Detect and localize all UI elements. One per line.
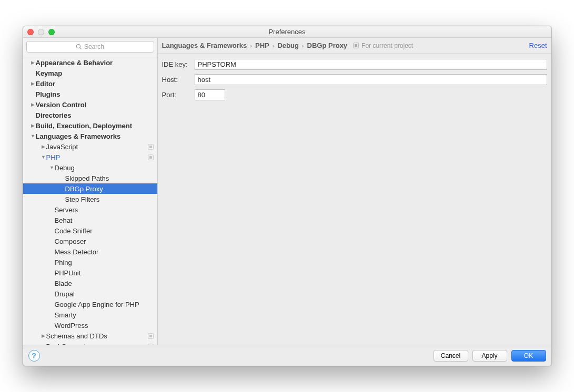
svg-rect-9 bbox=[355, 44, 357, 47]
host-label: Host: bbox=[162, 76, 195, 84]
port-input[interactable] bbox=[195, 89, 225, 100]
port-label: Port: bbox=[162, 91, 195, 99]
search-icon bbox=[76, 44, 82, 50]
tree-dbgp-proxy[interactable]: DBGp Proxy bbox=[23, 183, 157, 194]
tree-code-sniffer[interactable]: Code Sniffer bbox=[23, 225, 157, 236]
search-input[interactable]: Search bbox=[26, 41, 154, 53]
tree-editor[interactable]: ▶Editor bbox=[23, 78, 157, 89]
project-scope-icon bbox=[147, 333, 154, 339]
tree-plugins[interactable]: Plugins bbox=[23, 89, 157, 99]
tree-appearance[interactable]: ▶Appearance & Behavior bbox=[23, 57, 157, 68]
tree-languages[interactable]: ▼Languages & Frameworks bbox=[23, 131, 157, 141]
breadcrumb-item: DBGp Proxy bbox=[307, 42, 348, 49]
preferences-window: Preferences Search ▶Appearance & Behavio… bbox=[23, 26, 552, 366]
ide-key-label: IDE key: bbox=[162, 60, 195, 68]
tree-drupal[interactable]: Drupal bbox=[23, 288, 157, 299]
tree-keymap[interactable]: Keymap bbox=[23, 68, 157, 78]
tree-gae[interactable]: Google App Engine for PHP bbox=[23, 299, 157, 310]
breadcrumb-item[interactable]: Languages & Frameworks bbox=[162, 42, 247, 49]
svg-rect-5 bbox=[149, 335, 152, 337]
scope-label: For current project bbox=[353, 42, 413, 49]
svg-rect-6 bbox=[148, 344, 153, 345]
breadcrumb-bar: Languages & Frameworks › PHP › Debug › D… bbox=[158, 38, 551, 54]
preferences-sidebar: Search ▶Appearance & Behavior Keymap ▶Ed… bbox=[23, 38, 158, 345]
tree-blade[interactable]: Blade bbox=[23, 278, 157, 288]
tree-vcs[interactable]: ▶Version Control bbox=[23, 99, 157, 110]
tree-phing[interactable]: Phing bbox=[23, 257, 157, 267]
tree-skipped-paths[interactable]: Skipped Paths bbox=[23, 173, 157, 183]
tree-servers[interactable]: Servers bbox=[23, 204, 157, 215]
reset-link[interactable]: Reset bbox=[529, 42, 547, 49]
project-scope-icon bbox=[353, 42, 359, 49]
tree-debug[interactable]: ▼Debug bbox=[23, 162, 157, 173]
chevron-right-icon: › bbox=[271, 43, 276, 49]
ok-button[interactable]: OK bbox=[511, 350, 546, 362]
cancel-button[interactable]: Cancel bbox=[434, 350, 468, 362]
tree-phpunit[interactable]: PHPUnit bbox=[23, 267, 157, 278]
window-title: Preferences bbox=[23, 28, 551, 36]
search-placeholder: Search bbox=[84, 43, 104, 50]
tree-step-filters[interactable]: Step Filters bbox=[23, 194, 157, 204]
tree-php[interactable]: ▼PHP bbox=[23, 152, 157, 162]
chevron-right-icon: › bbox=[301, 43, 305, 49]
tree-javascript[interactable]: ▶JavaScript bbox=[23, 141, 157, 152]
tree-build[interactable]: ▶Build, Execution, Deployment bbox=[23, 120, 157, 131]
dialog-footer: ? Cancel Apply OK bbox=[23, 345, 551, 366]
tree-behat[interactable]: Behat bbox=[23, 215, 157, 225]
preferences-tree[interactable]: ▶Appearance & Behavior Keymap ▶Editor Pl… bbox=[23, 56, 157, 345]
tree-schemas[interactable]: ▶Schemas and DTDs bbox=[23, 331, 157, 341]
tree-mess-detector[interactable]: Mess Detector bbox=[23, 246, 157, 257]
breadcrumb-item[interactable]: PHP bbox=[255, 42, 269, 49]
ide-key-input[interactable] bbox=[195, 59, 547, 70]
project-scope-icon bbox=[147, 154, 154, 161]
tree-directories[interactable]: Directories bbox=[23, 110, 157, 120]
content-pane: Languages & Frameworks › PHP › Debug › D… bbox=[158, 38, 551, 345]
svg-rect-3 bbox=[149, 156, 152, 159]
tree-composer[interactable]: Composer bbox=[23, 236, 157, 246]
breadcrumb-item[interactable]: Debug bbox=[277, 42, 298, 49]
dbgp-proxy-form: IDE key: Host: Port: bbox=[158, 54, 551, 110]
titlebar: Preferences bbox=[23, 26, 551, 38]
tree-smarty[interactable]: Smarty bbox=[23, 310, 157, 320]
help-button[interactable]: ? bbox=[28, 350, 40, 362]
project-scope-icon bbox=[147, 143, 154, 150]
chevron-right-icon: › bbox=[249, 43, 253, 49]
tree-bashsupport[interactable]: BashSupport bbox=[23, 341, 157, 345]
apply-button[interactable]: Apply bbox=[472, 350, 507, 362]
tree-wordpress[interactable]: WordPress bbox=[23, 320, 157, 331]
host-input[interactable] bbox=[195, 74, 547, 85]
project-scope-icon bbox=[147, 343, 154, 345]
svg-rect-1 bbox=[149, 146, 152, 148]
